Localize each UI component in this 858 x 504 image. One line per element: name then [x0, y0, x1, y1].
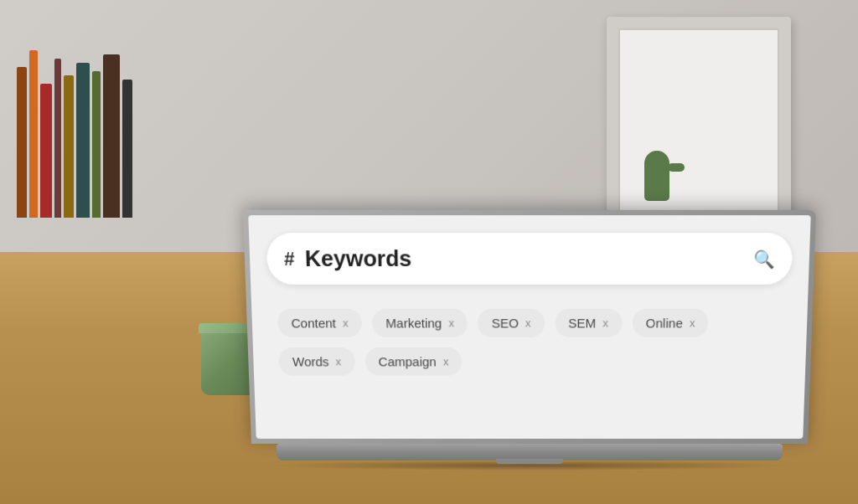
laptop: # Keywords 🔍 Content x Marketing x S [251, 216, 808, 471]
search-icon: 🔍 [753, 249, 775, 270]
books-shelf [17, 33, 132, 218]
book-2 [29, 50, 38, 218]
search-title: Keywords [304, 245, 743, 272]
laptop-screen: # Keywords 🔍 Content x Marketing x S [248, 215, 810, 439]
tag-seo-close[interactable]: x [525, 316, 531, 329]
tag-marketing-close[interactable]: x [448, 316, 454, 329]
book-9 [122, 80, 132, 218]
tag-campaign-label: Campaign [378, 354, 436, 368]
cactus-plant [640, 151, 674, 193]
tag-online[interactable]: Online x [632, 309, 709, 337]
book-7 [92, 71, 101, 218]
tag-campaign-close[interactable]: x [443, 355, 449, 368]
tag-sem-close[interactable]: x [602, 316, 608, 329]
book-5 [64, 75, 74, 218]
book-3 [40, 84, 52, 218]
tags-container: Content x Marketing x SEO x SEM x [268, 306, 790, 379]
scene: # Keywords 🔍 Content x Marketing x S [0, 0, 858, 504]
tag-campaign[interactable]: Campaign x [364, 347, 463, 376]
laptop-screen-wrapper: # Keywords 🔍 Content x Marketing x S [243, 210, 816, 444]
tag-sem-label: SEM [568, 316, 596, 330]
book-1 [17, 67, 27, 218]
search-bar[interactable]: # Keywords 🔍 [266, 233, 793, 285]
tag-seo[interactable]: SEO x [478, 309, 545, 337]
tag-words[interactable]: Words x [278, 347, 354, 376]
tag-words-close[interactable]: x [335, 355, 341, 368]
picture-frame [607, 17, 791, 234]
tag-content-label: Content [291, 316, 336, 330]
tag-marketing-label: Marketing [385, 316, 442, 330]
tag-online-close[interactable]: x [690, 316, 695, 329]
cactus-arm [668, 163, 685, 172]
tag-marketing[interactable]: Marketing x [372, 309, 468, 337]
tag-online-label: Online [646, 316, 683, 330]
tag-sem[interactable]: SEM x [555, 309, 623, 337]
book-4 [54, 59, 61, 218]
tag-seo-label: SEO [492, 316, 519, 330]
tag-words-label: Words [292, 354, 329, 368]
book-8 [103, 54, 120, 218]
book-6 [76, 63, 90, 218]
hash-icon: # [284, 248, 295, 270]
tag-content-close[interactable]: x [343, 316, 349, 329]
cactus-body [644, 151, 669, 201]
laptop-base [277, 444, 783, 460]
tag-content[interactable]: Content x [277, 309, 363, 337]
picture-frame-inner [618, 28, 779, 223]
